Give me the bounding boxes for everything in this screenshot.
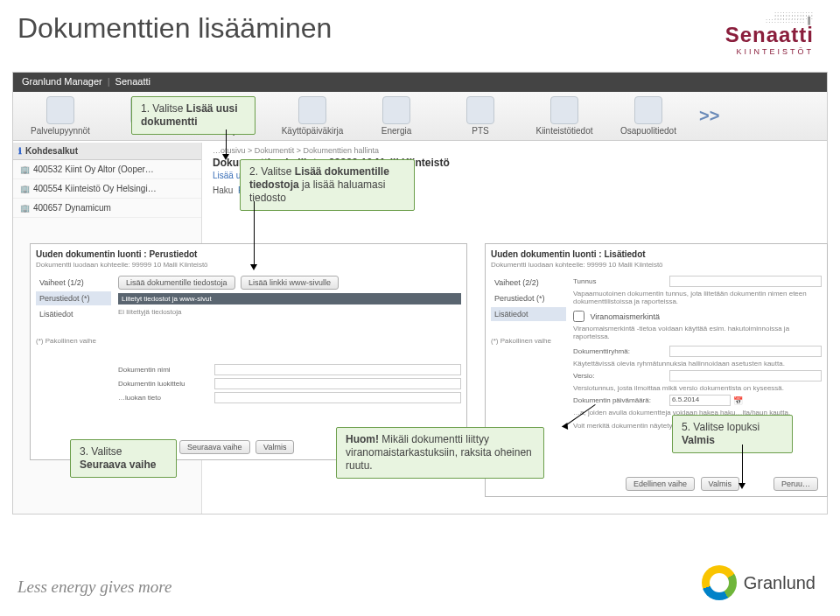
cancel-button[interactable]: Peruu… [774, 477, 818, 491]
doc-class-input[interactable] [214, 378, 461, 389]
help-text: Vapaamuotoinen dokumentin tunnus, jota l… [573, 290, 822, 305]
step-tab[interactable]: Vaiheet (1/2) [36, 276, 111, 290]
tool-palvelupyynnot[interactable]: Palvelupyynnöt [18, 96, 102, 136]
help-text: Viranomaismerkintä -tietoa voidaan käytt… [573, 325, 822, 340]
doc-name-input[interactable] [214, 364, 461, 375]
finish-button[interactable]: Valmis [256, 440, 294, 454]
add-link-button[interactable]: Lisää linkki www-sivulle [241, 276, 339, 290]
panel-subtitle: Dokumentti luodaan kohteelle: 99999 10 M… [491, 261, 822, 269]
tool-pts[interactable]: PTS [438, 96, 522, 136]
breadcrumb: …otusivu > Dokumentit > Dokumenttien hal… [213, 146, 820, 155]
field-label: Dokumentin nimi [118, 366, 214, 374]
calendar-icon[interactable]: 📅 [733, 396, 743, 405]
help-text: Käytettävissä olevia ryhmätunnuksia hall… [573, 360, 822, 368]
arrow [226, 130, 227, 156]
add-file-button[interactable]: Lisää dokumentille tiedostoja [118, 276, 235, 290]
checkbox-label: Viranomaismerkintä [591, 312, 660, 321]
field-label: Dokumentin päivämäärä: [573, 396, 669, 404]
app-titlebar: Granlund Manager|Senaatti [13, 73, 827, 92]
logo-text: Senaatti [725, 23, 814, 47]
callout-2: 2. Valitse Lisää dokumentille tiedostoja… [240, 159, 415, 211]
tool-osapuoli[interactable]: Osapuolitiedot [606, 96, 690, 136]
step-tab[interactable]: Perustiedot (*) [36, 291, 111, 305]
date-input[interactable]: 6.5.2014 [669, 395, 731, 406]
next-button[interactable]: Seuraava vaihe [179, 440, 250, 454]
required-note: (*) Pakollinen vaihe [36, 337, 111, 345]
sidebar-item[interactable]: 400554 Kiinteistö Oy Helsingi… [13, 179, 201, 199]
senaatti-logo: ::::::::::::::::::::::::::::::::::::::::… [725, 12, 814, 56]
slide-title: Dokumenttien lisääminen [18, 12, 332, 45]
callout-5: 5. Valitse lopuksi Valmis [672, 415, 793, 453]
sidebar-item[interactable]: 400657 Dynamicum [13, 199, 201, 218]
no-attachments: Ei liitettyjä tiedostoja [118, 308, 461, 316]
doc-class2-input[interactable] [214, 392, 461, 403]
field-label: Tunnus [573, 277, 669, 285]
versio-input[interactable] [669, 370, 822, 382]
arrow [742, 444, 743, 485]
ryhma-input[interactable] [669, 346, 822, 357]
required-note: (*) Pakollinen vaihe [491, 337, 566, 345]
tool-energia[interactable]: Energia [354, 96, 438, 136]
arrow [254, 201, 255, 266]
panel-subtitle: Dokumentti luodaan kohteelle: 99999 10 M… [36, 261, 461, 269]
panel-title: Uuden dokumentin luonti : Perustiedot [36, 249, 461, 259]
granlund-icon [702, 565, 737, 600]
field-label: Dokumentin luokittelu [118, 380, 214, 388]
callout-1: 1. Valitse Lisää uusi dokumentti [131, 96, 256, 135]
callout-3: 3. Valitse Seuraava vaihe [70, 439, 177, 478]
tool-kiinteisto[interactable]: Kiinteistötiedot [522, 96, 606, 136]
sidebar-header: ℹKohdesalkut [13, 143, 201, 160]
step-tab[interactable]: Lisätiedot [491, 307, 566, 321]
step-tab[interactable]: Lisätiedot [36, 307, 111, 321]
help-text: Versiotunnus, josta ilmoittaa mikä versi… [573, 384, 822, 392]
search-label: Haku [213, 186, 233, 195]
field-label: Dokumenttiryhmä: [573, 347, 669, 355]
granlund-logo: Granlund [702, 565, 816, 600]
logo-subtext: KIINTEISTÖT [725, 47, 814, 56]
panel-title: Uuden dokumentin luonti : Lisätiedot [491, 249, 822, 259]
callout-4: Huom! Mikäli dokumentti liittyy viranoma… [336, 427, 544, 479]
finish-button[interactable]: Valmis [701, 477, 739, 491]
tunnus-input[interactable] [669, 276, 822, 287]
prev-button[interactable]: Edellinen vaihe [626, 477, 695, 491]
attachments-header: Liitetyt tiedostot ja www-sivut [118, 293, 461, 304]
step-tab[interactable]: Vaiheet (2/2) [491, 276, 566, 290]
viranomais-checkbox[interactable] [573, 311, 584, 322]
field-label: Versio: [573, 372, 669, 380]
granlund-text: Granlund [744, 573, 816, 593]
toolbar-more[interactable]: >> [699, 106, 719, 126]
sidebar-item[interactable]: 400532 Kiint Oy Altor (Ooper… [13, 160, 201, 179]
tool-kayttopk[interactable]: Käyttöpäiväkirja [270, 96, 354, 136]
field-label: …luokan tieto [118, 394, 214, 402]
step-tab[interactable]: Perustiedot (*) [491, 291, 566, 305]
footer-tagline: Less energy gives more [18, 578, 172, 597]
